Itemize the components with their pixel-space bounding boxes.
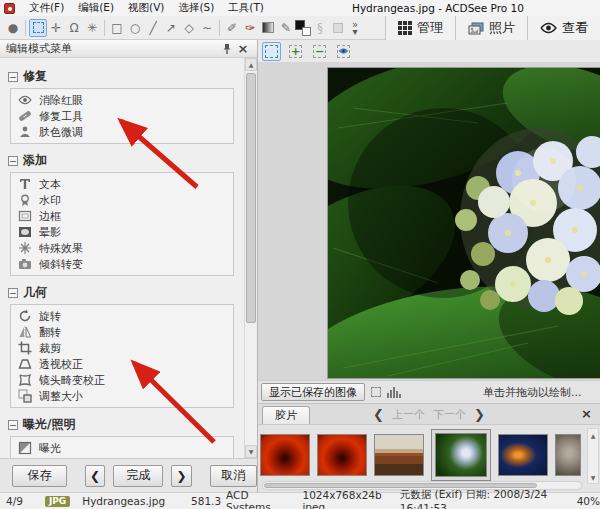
histogram-icon[interactable]: [387, 386, 401, 398]
previous-image-button[interactable]: ❮: [85, 465, 105, 487]
hand-tool-icon[interactable]: ●: [4, 19, 22, 37]
panel-item-rotate[interactable]: 旋转: [11, 308, 233, 324]
selection-indicator-icon[interactable]: [371, 387, 381, 397]
film-close-icon[interactable]: ×: [581, 406, 592, 421]
gradient-tool-icon[interactable]: [259, 19, 277, 37]
arrow-tool-icon[interactable]: ↗: [162, 19, 180, 37]
photos-icon: [468, 22, 484, 35]
save-button[interactable]: 保存: [12, 465, 67, 487]
pen-tool-icon[interactable]: ✎: [277, 19, 295, 37]
scrollbar-thumb[interactable]: [246, 73, 256, 323]
cancel-button[interactable]: 取消: [210, 465, 257, 487]
thumbnail-chrysanthemum-1[interactable]: [260, 434, 310, 476]
background-color[interactable]: [302, 27, 311, 36]
scroll-up-icon[interactable]: ▲: [588, 429, 598, 441]
eyedropper-tool-icon[interactable]: ✐: [223, 19, 241, 37]
crop-icon: [18, 341, 32, 355]
menu-view[interactable]: 视图(V): [128, 1, 164, 15]
group-add: 文本 水印 边框 晕影 特殊效果: [10, 172, 234, 276]
panel-title: 编辑模式菜单: [6, 41, 219, 56]
panel-item-skin-tune[interactable]: 肤色微调: [11, 124, 233, 140]
menu-tools[interactable]: 工具(T): [228, 1, 264, 15]
trapezoid-icon: [18, 357, 32, 371]
filmstrip-vertical-scrollbar[interactable]: ▲ ▼: [587, 428, 599, 484]
ellipse-tool-icon[interactable]: ○: [126, 19, 144, 37]
work-area: + −: [258, 40, 600, 492]
menu-file[interactable]: 文件(F): [29, 1, 64, 15]
view-mode-button[interactable]: 查看: [527, 16, 600, 40]
thumbnail-jellyfish[interactable]: [498, 434, 548, 476]
red-eyedropper-tool-icon[interactable]: ✑: [241, 19, 259, 37]
hydrangea-photo[interactable]: [328, 68, 600, 378]
eye-icon: [540, 22, 557, 34]
panel-item-tilt-shift[interactable]: 倾斜转变: [11, 256, 233, 272]
panel-item-resize[interactable]: 调整大小: [11, 388, 233, 404]
pin-icon[interactable]: [219, 42, 235, 56]
next-label[interactable]: 下一个: [433, 407, 466, 422]
add-to-selection-icon[interactable]: +: [286, 42, 305, 61]
panel-item-special-effects[interactable]: 特殊效果: [11, 240, 233, 256]
curve-tool-icon[interactable]: ∼: [198, 19, 216, 37]
mode-switcher: 管理 照片 查看: [385, 16, 600, 40]
done-button[interactable]: 完成: [113, 465, 163, 487]
thumbnail-koala[interactable]: [555, 434, 581, 476]
thumbnail-desert[interactable]: [374, 434, 424, 476]
panel-item-repair-tool[interactable]: 修复工具: [11, 108, 233, 124]
eye-glyph: [337, 45, 350, 58]
toolbar-separator: [219, 20, 220, 36]
disabled-swatch-icon: [329, 19, 347, 37]
spring-tool-icon: §: [311, 19, 329, 37]
previous-label[interactable]: 上一个: [392, 407, 425, 422]
image-canvas[interactable]: [258, 62, 600, 380]
canvas-hint-text: 单击并拖动以绘制...: [483, 385, 582, 400]
toolbar-overflow-button[interactable]: »▾: [347, 21, 363, 35]
grid-icon: [398, 21, 412, 35]
panel-close-icon[interactable]: ×: [235, 42, 251, 56]
subtract-from-selection-icon[interactable]: −: [310, 42, 329, 61]
panel-item-text[interactable]: 文本: [11, 176, 233, 192]
line-tool-icon[interactable]: ╱: [144, 19, 162, 37]
panel-item-watermark[interactable]: 水印: [11, 192, 233, 208]
polygon-tool-icon[interactable]: ◇: [180, 19, 198, 37]
previous-arrow-icon[interactable]: ❮: [373, 407, 384, 422]
filmstrip: ▲ ▼: [258, 424, 600, 492]
menu-edit[interactable]: 编辑(E): [78, 1, 114, 15]
magic-wand-tool-icon[interactable]: ✳: [83, 19, 101, 37]
film-tab-bar: 胶片 ❮ 上一个 下一个 ❯ ×: [258, 403, 600, 424]
thumbnail-hydrangeas-selected[interactable]: [435, 433, 487, 477]
panel-item-perspective-correction[interactable]: 透视校正: [11, 356, 233, 372]
panel-item-exposure[interactable]: 曝光: [11, 440, 233, 456]
app-icon[interactable]: [4, 3, 15, 14]
scroll-down-icon[interactable]: ▼: [245, 445, 257, 458]
bandage-icon: [18, 109, 32, 123]
manage-mode-button[interactable]: 管理: [385, 16, 455, 40]
scroll-down-icon[interactable]: ▼: [588, 471, 598, 483]
rectangle-tool-icon[interactable]: □: [108, 19, 126, 37]
film-tab[interactable]: 胶片: [262, 406, 310, 424]
panel-item-crop[interactable]: 裁剪: [11, 340, 233, 356]
collapse-icon[interactable]: −: [8, 288, 18, 298]
panel-item-remove-red-eye[interactable]: 消除红眼: [11, 92, 233, 108]
thumbnail-chrysanthemum-2[interactable]: [317, 434, 367, 476]
lasso-tool-icon[interactable]: Ω: [65, 19, 83, 37]
scroll-up-icon[interactable]: ▲: [245, 58, 257, 71]
show-saved-image-button[interactable]: 显示已保存的图像: [261, 383, 365, 401]
panel-item-vignette[interactable]: 晕影: [11, 224, 233, 240]
panel-item-lens-distortion-correction[interactable]: 镜头畸变校正: [11, 372, 233, 388]
new-selection-icon[interactable]: [262, 42, 281, 61]
collapse-icon[interactable]: −: [8, 420, 18, 430]
panel-item-border[interactable]: 边框: [11, 208, 233, 224]
status-position: 4/9: [6, 495, 23, 507]
panel-scrollbar[interactable]: ▲ ▼: [244, 58, 257, 458]
next-arrow-icon[interactable]: ❯: [474, 407, 485, 422]
photos-mode-button[interactable]: 照片: [455, 16, 527, 40]
next-image-button[interactable]: ❯: [171, 465, 191, 487]
panel-item-flip[interactable]: 翻转: [11, 324, 233, 340]
collapse-icon[interactable]: −: [8, 72, 18, 82]
show-selection-eye-icon[interactable]: [334, 42, 353, 61]
move-tool-icon[interactable]: ✛: [47, 19, 65, 37]
marquee-select-tool-icon[interactable]: [29, 19, 47, 37]
color-swatches[interactable]: [295, 20, 311, 36]
collapse-icon[interactable]: −: [8, 156, 18, 166]
menu-select[interactable]: 选择(S): [178, 1, 214, 15]
